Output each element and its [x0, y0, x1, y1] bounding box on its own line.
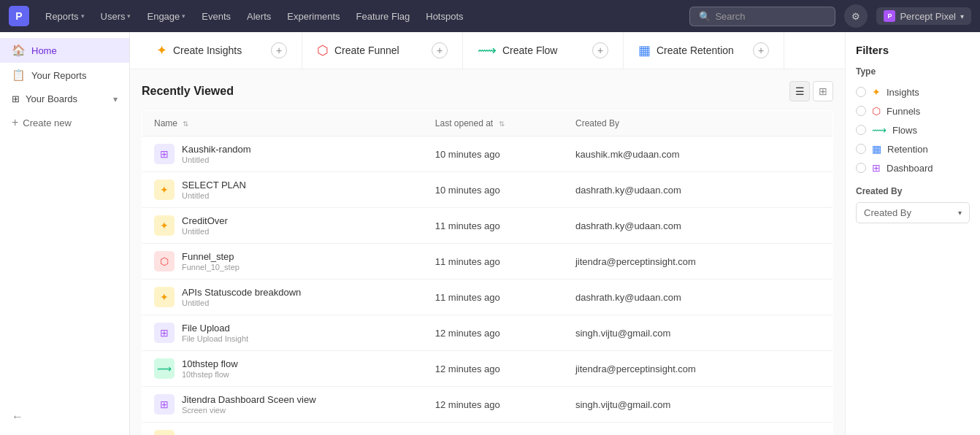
nav-item-reports[interactable]: Reports▾: [38, 7, 92, 26]
table-row[interactable]: ✦ Set an alert 16 minutes ago zeeshan.an…: [142, 423, 833, 436]
nav-item-feature flag[interactable]: Feature Flag: [349, 7, 418, 26]
filter-checkbox[interactable]: [856, 144, 866, 154]
filter-type-label: Retention: [887, 144, 928, 155]
table-row[interactable]: ⊞ Jitendra Dashboard Sceen view Screen v…: [142, 387, 833, 423]
search-icon: 🔍: [699, 11, 711, 22]
table-row[interactable]: ✦ APIs Statuscode breakdown Untitled 11 …: [142, 280, 833, 315]
row-last-opened: 11 minutes ago: [424, 208, 564, 244]
reports-icon: 📋: [12, 69, 26, 82]
row-name-cell: ✦ CreditOver Untitled: [154, 215, 412, 236]
filter-type-insights[interactable]: ✦ Insights: [856, 82, 970, 101]
row-name-cell: ⟿ 10thstep flow 10thstep flow: [154, 358, 412, 379]
chevron-down-icon: ▾: [81, 12, 85, 20]
sidebar-item-your-boards[interactable]: ⊞ Your Boards ▾: [0, 88, 129, 110]
grid-view-toggle[interactable]: ⊞: [813, 81, 833, 101]
filter-type-dashboard[interactable]: ⊞ Dashboard: [856, 158, 970, 177]
filter-type-icon: ⟿: [872, 124, 887, 136]
create-retention-button[interactable]: ▦ Create Retention +: [624, 32, 784, 69]
filter-type-funnels[interactable]: ⬡ Funnels: [856, 101, 970, 120]
chevron-down-icon: ▾: [182, 12, 185, 20]
filter-type-retention[interactable]: ▦ Retention: [856, 139, 970, 158]
create-retention-plus[interactable]: +: [753, 42, 769, 58]
create-funnel-button[interactable]: ⬡ Create Funnel +: [302, 32, 463, 69]
row-main-name: SELECT PLAN: [182, 180, 246, 190]
row-name-cell: ⬡ Funnel_step Funnel_10_step: [154, 251, 412, 272]
sidebar-collapse-button[interactable]: ←: [0, 404, 129, 429]
row-sub-name: 10thstep flow: [182, 370, 238, 379]
col-last-opened: Last opened at ⇅: [424, 111, 564, 136]
filter-checkbox[interactable]: [856, 125, 866, 135]
col-name: Name ⇅: [142, 111, 424, 136]
brand-switcher[interactable]: P Percept Pixel ▾: [876, 7, 971, 25]
created-by-dropdown[interactable]: Created By ▾: [856, 202, 970, 223]
filter-checkbox[interactable]: [856, 106, 866, 116]
nav-item-alerts[interactable]: Alerts: [240, 7, 278, 26]
top-navigation: P Reports▾Users▾Engage▾EventsAlertsExper…: [0, 0, 980, 32]
filter-type-icon: ⬡: [872, 105, 881, 117]
filter-checkbox[interactable]: [856, 163, 866, 173]
nav-item-engage[interactable]: Engage▾: [139, 7, 193, 26]
row-name-cell: ✦ Set an alert: [154, 430, 412, 435]
row-type-icon: ✦: [154, 180, 175, 200]
create-funnel-label: Create Funnel: [334, 45, 399, 56]
filter-type-flows[interactable]: ⟿ Flows: [856, 120, 970, 139]
table-row[interactable]: ⊞ Kaushik-random Untitled 10 minutes ago…: [142, 136, 833, 172]
sidebar-item-your-reports[interactable]: 📋 Your Reports: [0, 63, 129, 88]
chevron-down-icon: ▾: [127, 12, 131, 20]
funnel-icon: ⬡: [317, 42, 329, 58]
table-body: ⊞ Kaushik-random Untitled 10 minutes ago…: [142, 136, 833, 436]
row-created-by: jitendra@perceptinsight.com: [564, 244, 833, 280]
row-sub-name: Untitled: [182, 299, 301, 307]
create-insights-plus[interactable]: +: [271, 42, 287, 58]
row-last-opened: 16 minutes ago: [424, 423, 564, 436]
recently-viewed-table: Name ⇅ Last opened at ⇅ Created By ⊞ Kau…: [142, 110, 833, 435]
nav-item-users[interactable]: Users▾: [93, 7, 139, 26]
table-row[interactable]: ⊞ File Upload File Upload Insight 12 min…: [142, 315, 833, 351]
row-name-cell: ⊞ Kaushik-random Untitled: [154, 144, 412, 164]
table-row[interactable]: ⟿ 10thstep flow 10thstep flow 12 minutes…: [142, 351, 833, 387]
nav-item-events[interactable]: Events: [194, 7, 238, 26]
nav-item-hotspots[interactable]: Hotspots: [418, 7, 470, 26]
row-sub-name: Screen view: [182, 406, 316, 415]
row-main-name: Jitendra Dashboard Sceen view: [182, 394, 316, 405]
create-actions-bar: ✦ Create Insights + ⬡ Create Funnel + ⟿ …: [130, 32, 845, 69]
main-content: ✦ Create Insights + ⬡ Create Funnel + ⟿ …: [130, 32, 845, 435]
row-sub-name: File Upload Insight: [182, 334, 248, 343]
type-filter-options: ✦ Insights ⬡ Funnels ⟿ Flows ▦ Retention…: [856, 82, 970, 177]
row-last-opened: 11 minutes ago: [424, 244, 564, 280]
nav-item-experiments[interactable]: Experiments: [280, 7, 347, 26]
sidebar-item-home[interactable]: 🏠 Home: [0, 38, 129, 63]
create-flow-button[interactable]: ⟿ Create Flow +: [463, 32, 624, 69]
filter-type-icon: ▦: [872, 143, 881, 155]
col-created-by: Created By: [564, 111, 833, 136]
settings-button[interactable]: ⚙: [844, 4, 868, 28]
brand-name: Percept Pixel: [900, 11, 956, 22]
table-row[interactable]: ✦ CreditOver Untitled 11 minutes ago das…: [142, 208, 833, 244]
row-type-icon: ⟿: [154, 358, 175, 379]
table-row[interactable]: ⬡ Funnel_step Funnel_10_step 11 minutes …: [142, 244, 833, 280]
filter-checkbox[interactable]: [856, 87, 866, 97]
table-row[interactable]: ✦ SELECT PLAN Untitled 10 minutes ago da…: [142, 172, 833, 208]
recently-viewed-title: Recently Viewed: [142, 85, 234, 98]
create-insights-button[interactable]: ✦ Create Insights +: [142, 32, 302, 69]
recently-viewed-header: Recently Viewed ☰ ⊞: [142, 81, 833, 101]
boards-icon: ⊞: [12, 93, 20, 104]
create-insights-label: Create Insights: [173, 45, 242, 56]
svg-text:P: P: [15, 10, 22, 22]
create-new-button[interactable]: + Create new: [0, 110, 129, 135]
row-created-by: dashrath.ky@udaan.com: [564, 172, 833, 208]
create-flow-plus[interactable]: +: [592, 42, 608, 58]
row-main-name: Funnel_step: [182, 251, 240, 262]
filter-type-icon: ✦: [872, 86, 881, 98]
app-logo[interactable]: P: [9, 6, 29, 26]
home-icon: 🏠: [12, 44, 26, 57]
boards-collapse-icon[interactable]: ▾: [113, 94, 118, 104]
row-created-by: singh.vijtu@gmail.com: [564, 387, 833, 423]
search-bar[interactable]: 🔍 Search: [689, 7, 835, 26]
row-sub-name: Untitled: [182, 227, 228, 236]
create-funnel-plus[interactable]: +: [432, 42, 448, 58]
row-created-by: zeeshan.anwar@perceptinsight.com: [564, 423, 833, 436]
chevron-down-icon: ▾: [960, 12, 964, 20]
app-layout: 🏠 Home 📋 Your Reports ⊞ Your Boards ▾ + …: [0, 32, 980, 435]
list-view-toggle[interactable]: ☰: [789, 81, 810, 101]
